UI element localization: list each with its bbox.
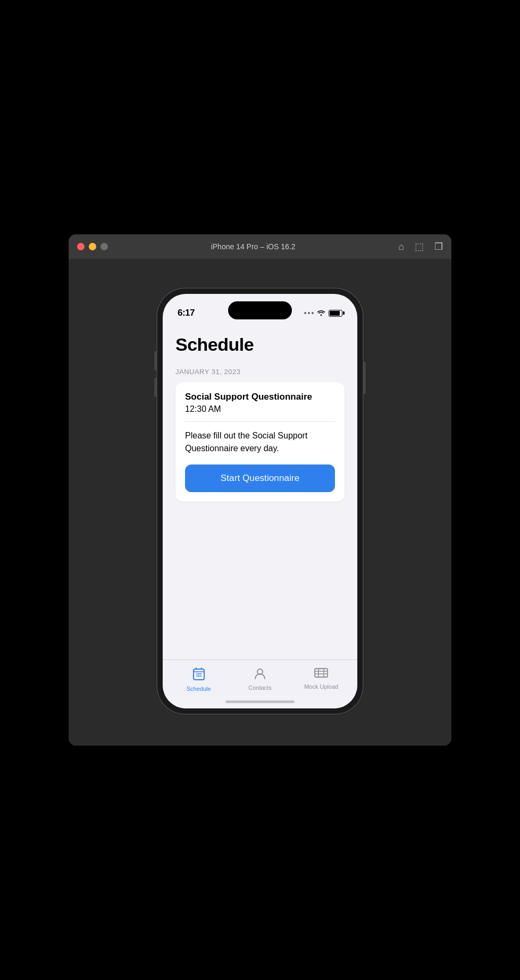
contacts-tab-label: Contacts [248, 685, 271, 691]
mac-window: iPhone 14 Pro – iOS 16.2 ⌂ ⬚ ❒ 6:17 [69, 234, 451, 746]
page-title: Schedule [175, 334, 345, 355]
start-questionnaire-button[interactable]: Start Questionnaire [185, 464, 335, 492]
mock-upload-tab-icon [314, 666, 329, 681]
fullscreen-button[interactable] [100, 243, 108, 250]
contacts-tab-icon [253, 666, 267, 682]
svg-rect-0 [194, 669, 204, 680]
dynamic-island [228, 301, 292, 319]
power-button[interactable] [364, 362, 366, 394]
close-button[interactable] [77, 243, 85, 250]
schedule-card: Social Support Questionnaire 12:30 AM Pl… [175, 382, 345, 502]
volume-down-button[interactable] [154, 378, 156, 397]
tab-mock-upload[interactable]: Mock Upload [300, 666, 342, 690]
phone-frame: 6:17 [156, 288, 364, 715]
rotate-icon[interactable]: ❒ [434, 241, 443, 252]
wifi-icon [317, 309, 325, 317]
home-icon[interactable]: ⌂ [398, 241, 404, 252]
status-time: 6:17 [178, 308, 195, 318]
tab-schedule[interactable]: Schedule [178, 666, 220, 692]
screenshot-icon[interactable]: ⬚ [415, 241, 424, 252]
card-time: 12:30 AM [185, 404, 335, 422]
date-header: JANUARY 31, 2023 [175, 368, 345, 376]
mock-upload-tab-label: Mock Upload [304, 683, 338, 690]
traffic-lights [77, 243, 108, 250]
schedule-tab-icon [191, 666, 206, 683]
phone-screen: 6:17 [163, 294, 357, 708]
status-icons [304, 309, 342, 317]
volume-up-button[interactable] [154, 351, 156, 370]
title-bar: iPhone 14 Pro – iOS 16.2 ⌂ ⬚ ❒ [69, 234, 451, 259]
status-bar: 6:17 [163, 294, 357, 324]
window-title: iPhone 14 Pro – iOS 16.2 [108, 242, 398, 251]
home-indicator [163, 696, 357, 708]
card-title: Social Support Questionnaire [185, 392, 335, 402]
home-bar [225, 700, 295, 703]
app-content: Schedule JANUARY 31, 2023 Social Support… [163, 324, 357, 660]
tab-bar: Schedule Contacts [163, 660, 357, 696]
signal-icon [304, 312, 314, 314]
minimize-button[interactable] [89, 243, 96, 250]
tab-contacts[interactable]: Contacts [239, 666, 281, 691]
schedule-tab-label: Schedule [187, 686, 211, 692]
battery-icon [329, 310, 342, 317]
toolbar-icons: ⌂ ⬚ ❒ [398, 241, 443, 252]
svg-rect-7 [315, 669, 328, 677]
card-description: Please fill out the Social Support Quest… [185, 429, 335, 455]
